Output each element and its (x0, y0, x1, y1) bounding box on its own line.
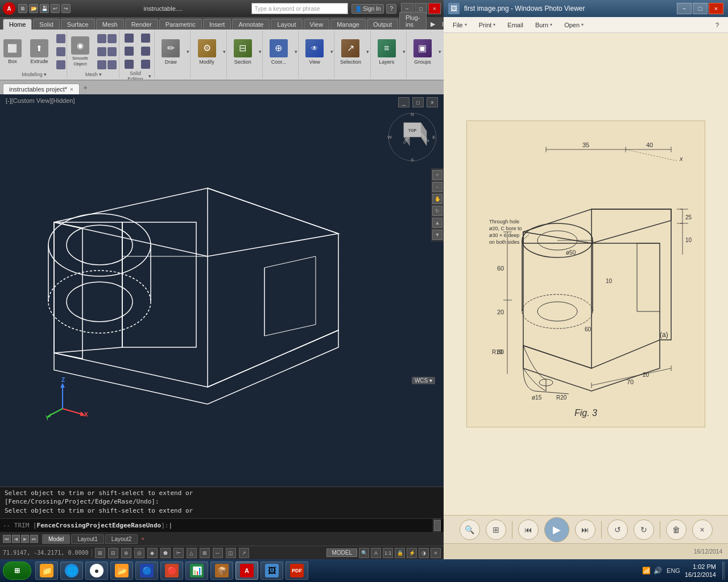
tab-parametric[interactable]: Parametric (159, 19, 202, 30)
show-desktop-btn[interactable] (722, 562, 725, 580)
tab-insert[interactable]: Insert (203, 19, 231, 30)
model-space-btn[interactable]: MODEL (326, 548, 357, 557)
3dosnap-btn[interactable]: ⬟ (160, 548, 171, 558)
taskbar-item-chrome[interactable]: ● (85, 562, 108, 580)
view-expand-btn[interactable]: ▾ (330, 49, 333, 55)
solid-small-5[interactable] (138, 45, 153, 57)
layout-nav-last[interactable]: ⏭ (30, 535, 38, 543)
zoom-status-btn[interactable]: 🔍 (359, 548, 369, 558)
pv-file-menu[interactable]: File ▾ (448, 20, 471, 30)
snap-btn[interactable]: ⊟ (108, 548, 118, 558)
help-btn[interactable]: ? (386, 4, 396, 14)
tab-view[interactable]: View (304, 19, 330, 30)
extrude-button[interactable]: ⬆ Extrude (27, 35, 52, 69)
pv-burn-menu[interactable]: Burn ▾ (531, 20, 557, 30)
pv-rotate-cw-btn[interactable]: ↻ (634, 519, 654, 540)
modeling-small-1[interactable] (53, 32, 68, 45)
draw-button[interactable]: ✏ Draw (156, 35, 185, 69)
modeling-small-3[interactable] (53, 59, 68, 71)
tab-annotate[interactable]: Annotate (232, 19, 270, 30)
pv-email-menu[interactable]: Email (503, 20, 528, 30)
close-btn[interactable]: × (428, 3, 441, 14)
pv-next-btn[interactable]: ⏭ (575, 519, 595, 540)
viewport-minimize-btn[interactable]: _ (398, 97, 410, 107)
grid-btn[interactable]: ⊞ (95, 548, 105, 558)
tray-network[interactable]: 📶 (642, 567, 651, 575)
solid-small-2[interactable] (122, 45, 136, 57)
taskbar-item-ie[interactable]: 🌐 (60, 562, 83, 580)
selection-btn[interactable]: ↗ (239, 548, 249, 558)
redo-btn[interactable]: ↪ (61, 4, 71, 13)
cmd-scrollbar[interactable] (433, 519, 441, 532)
ducs-btn[interactable]: △ (187, 548, 197, 558)
layers-button[interactable]: ≡ Layers (373, 35, 401, 69)
taskbar-item-photo[interactable]: 🖼 (260, 562, 283, 580)
coord-expand-btn[interactable]: ▾ (295, 49, 297, 55)
solid-small-1[interactable] (122, 32, 136, 44)
pv-prev-btn[interactable]: ⏮ (518, 519, 539, 540)
taskbar-item-pkg[interactable]: 📦 (210, 562, 233, 580)
viewport-close-btn[interactable]: × (427, 97, 438, 107)
layout-nav-prev[interactable]: ◀ (12, 535, 20, 543)
pv-actual-size-btn[interactable]: ⊞ (486, 519, 506, 540)
orbit-tool[interactable]: ↻ (432, 206, 442, 216)
mesh-small-1[interactable] (94, 32, 119, 45)
save-btn[interactable]: 💾 (40, 4, 49, 13)
modeling-small-2[interactable] (53, 45, 68, 58)
mesh-small-2[interactable] (94, 45, 119, 58)
selection-expand-btn[interactable]: ▾ (366, 49, 369, 55)
taskbar-item-app1[interactable]: 🔵 (135, 562, 158, 580)
zoom-out-tool[interactable]: − (432, 182, 442, 192)
pv-restore-btn[interactable]: □ (693, 3, 708, 14)
new-btn[interactable]: 🗎 (18, 4, 27, 13)
view-cube[interactable]: S N W E TOP LEFT FRONT (387, 111, 438, 163)
undo-btn[interactable]: ↩ (51, 4, 60, 13)
taskbar-item-pdf[interactable]: PDF (286, 562, 308, 580)
layout-nav-first[interactable]: ⏮ (3, 535, 11, 543)
otrack-btn[interactable]: ⊢ (173, 548, 184, 558)
annotate-vis-btn[interactable]: 1:1 (383, 548, 393, 558)
ortho-btn[interactable]: ⊕ (121, 548, 131, 558)
mesh-small-3[interactable] (94, 59, 119, 71)
mesh-dropdown-icon[interactable]: ▾ (99, 72, 102, 77)
taskbar-item-calc[interactable]: 📊 (185, 562, 208, 580)
tab-home[interactable]: Home (3, 19, 32, 30)
layout-tab-model[interactable]: Model (42, 534, 70, 544)
polar-btn[interactable]: ◎ (134, 548, 144, 558)
draw-expand-btn[interactable]: ▾ (187, 49, 189, 55)
tab-mesh[interactable]: Mesh (96, 19, 124, 30)
pv-close-btn[interactable]: × (709, 3, 723, 14)
modify-expand-btn[interactable]: ▾ (223, 49, 226, 55)
pv-open-menu[interactable]: Open ▾ (560, 20, 588, 30)
solid-editing-dropdown-icon[interactable]: ▾ (148, 73, 151, 79)
layers-expand-btn[interactable]: ▾ (403, 49, 406, 55)
customize-btn[interactable]: ≡ (431, 548, 441, 558)
tab-layout[interactable]: Layout (271, 19, 302, 30)
trans-btn[interactable]: ◫ (226, 548, 236, 558)
taskbar-item-app2[interactable]: 🔴 (160, 562, 183, 580)
tab-plugins[interactable]: Plug-ins (399, 12, 427, 30)
tab-manage[interactable]: Manage (330, 19, 366, 30)
groups-button[interactable]: ▣ Groups (408, 35, 437, 69)
zoom-in-tool[interactable]: + (432, 170, 442, 180)
system-clock[interactable]: 1:02 PM 16/12/2014 (685, 563, 716, 579)
language-indicator[interactable]: ENG (667, 567, 680, 574)
wcs-label[interactable]: WCS ▾ (412, 377, 435, 384)
scroll-up-tool[interactable]: ▲ (432, 218, 442, 228)
modeling-dropdown-icon[interactable]: ▾ (44, 72, 47, 77)
view-button[interactable]: 👁 View (300, 35, 329, 69)
pan-tool[interactable]: ✋ (432, 194, 442, 204)
solid-small-6[interactable] (138, 58, 153, 70)
tab-output[interactable]: Output (367, 19, 398, 30)
modify-button[interactable]: ⚙ Modify (193, 35, 221, 69)
section-button[interactable]: ⊟ Section (229, 35, 257, 69)
doc-tab-close-btn[interactable]: × (70, 86, 73, 93)
scroll-down-tool[interactable]: ▼ (432, 230, 442, 240)
taskbar-item-autocad[interactable]: A (235, 562, 258, 580)
pv-rotate-ccw-btn[interactable]: ↺ (607, 519, 628, 540)
pv-print-menu[interactable]: Print ▾ (474, 20, 500, 30)
box-button[interactable]: ⬜ Box (0, 35, 25, 69)
layout-nav-next[interactable]: ▶ (21, 535, 29, 543)
hardware-btn[interactable]: ⚡ (407, 548, 417, 558)
tab-surface[interactable]: Surface (61, 19, 95, 30)
